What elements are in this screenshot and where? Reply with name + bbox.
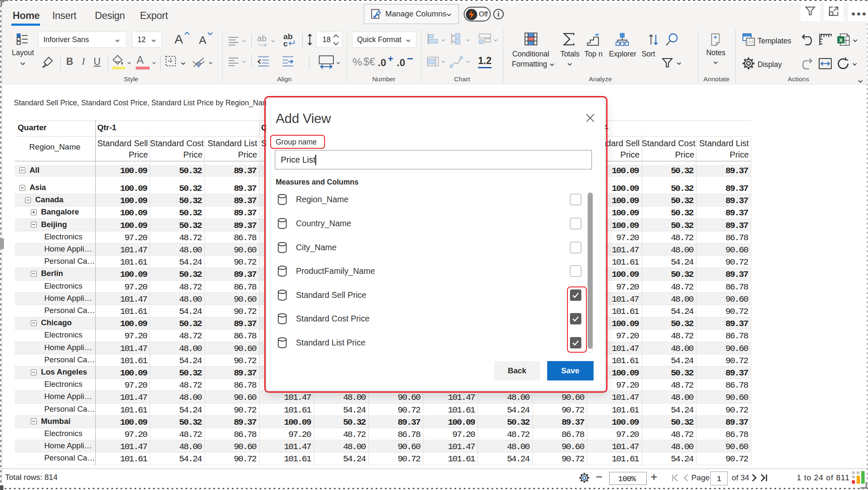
svg-text:X: X xyxy=(839,37,843,43)
